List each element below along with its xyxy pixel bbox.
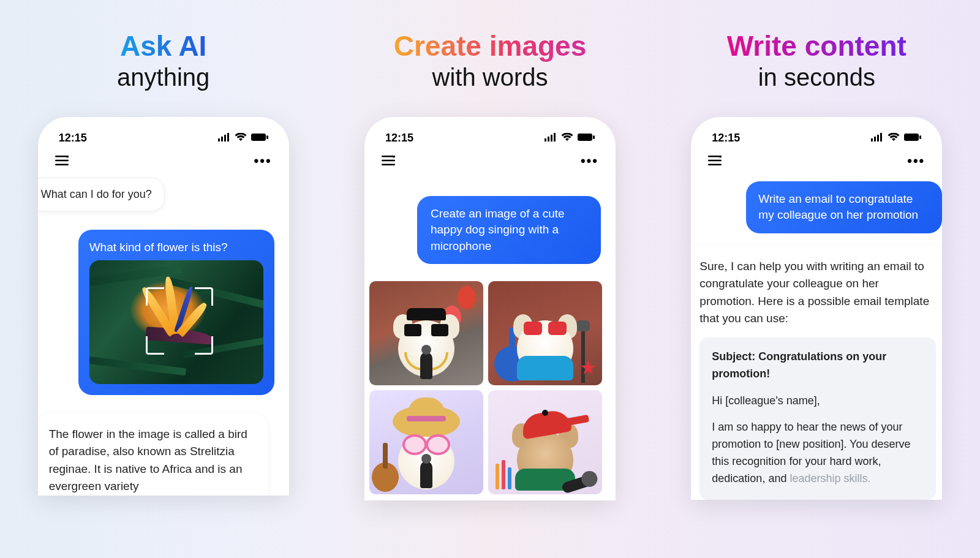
- wifi-icon: [888, 132, 900, 145]
- chat-area: What can I do for you? What kind of flow…: [53, 178, 274, 496]
- headline: Write content in seconds: [727, 31, 907, 92]
- phone-mockup: 12:15 ••• Create an image of a cut: [364, 117, 616, 501]
- menu-icon[interactable]: [55, 153, 69, 169]
- svg-rect-11: [548, 137, 549, 141]
- svg-rect-13: [554, 133, 556, 141]
- svg-rect-15: [593, 135, 595, 139]
- svg-rect-22: [877, 135, 879, 141]
- svg-rect-7: [55, 159, 69, 160]
- headline-bottom: anything: [117, 62, 209, 92]
- svg-rect-25: [919, 135, 921, 139]
- more-icon[interactable]: •••: [254, 153, 272, 169]
- nav-bar: •••: [53, 149, 274, 178]
- headline-top: Write content: [727, 31, 907, 62]
- more-icon[interactable]: •••: [581, 153, 598, 169]
- generated-image-3[interactable]: [369, 390, 483, 494]
- svg-rect-20: [871, 138, 873, 141]
- status-bar: 12:15: [706, 129, 927, 149]
- assistant-response-text: The flower in the image is called a bird…: [49, 428, 247, 493]
- svg-rect-0: [218, 138, 220, 141]
- phone-mockup: 12:15 ••• What can I do for you?: [38, 117, 289, 496]
- assistant-response-bubble: The flower in the image is called a bird…: [38, 413, 268, 496]
- scan-frame-icon: [146, 287, 213, 355]
- svg-point-9: [66, 156, 68, 157]
- generated-image-1[interactable]: [369, 281, 483, 385]
- generated-image-grid: ★: [364, 275, 608, 500]
- user-prompt-bubble: Create an image of a cute happy dog sing…: [417, 196, 601, 265]
- signal-icon: [545, 132, 557, 145]
- phone-mockup: 12:15 ••• Write an email to congra: [691, 117, 942, 500]
- status-icons: [871, 132, 921, 145]
- nav-bar: •••: [706, 149, 927, 178]
- svg-rect-1: [221, 137, 223, 141]
- generated-image-4[interactable]: [488, 390, 602, 494]
- user-prompt-bubble: Write an email to congratulate my collea…: [746, 181, 942, 233]
- status-bar: 12:15: [53, 129, 274, 149]
- svg-rect-3: [227, 133, 229, 141]
- wifi-icon: [561, 132, 573, 145]
- svg-rect-2: [224, 135, 226, 141]
- nav-bar: •••: [379, 149, 601, 178]
- panel-ask-ai: Ask AI anything 12:15 •••: [0, 0, 326, 558]
- user-prompt-text: Write an email to congratulate my collea…: [758, 192, 918, 222]
- user-question-bubble: What kind of flower is this?: [78, 230, 274, 395]
- email-greeting: Hi [colleague's name],: [712, 393, 924, 410]
- headline: Ask AI anything: [117, 31, 209, 92]
- wifi-icon: [235, 132, 247, 145]
- svg-point-29: [719, 156, 722, 157]
- menu-icon[interactable]: [708, 153, 722, 169]
- svg-rect-14: [578, 134, 592, 141]
- headline-bottom: with words: [394, 62, 587, 92]
- svg-rect-18: [382, 164, 395, 165]
- status-time: 12:15: [385, 132, 413, 145]
- svg-rect-17: [382, 159, 395, 160]
- status-icons: [218, 132, 268, 145]
- status-time: 12:15: [59, 132, 87, 145]
- assistant-greeting-text: What can I do for you?: [41, 188, 152, 200]
- assistant-response-intro: Sure, I can help you with writing an ema…: [699, 258, 936, 328]
- svg-rect-21: [874, 137, 876, 141]
- assistant-response-bubble: Sure, I can help you with writing an ema…: [691, 246, 942, 500]
- user-prompt-text: Create an image of a cute happy dog sing…: [431, 207, 565, 252]
- menu-icon[interactable]: [382, 153, 395, 169]
- headline-bottom: in seconds: [727, 62, 907, 92]
- battery-icon: [578, 132, 595, 145]
- svg-rect-8: [55, 164, 69, 165]
- svg-rect-28: [708, 164, 722, 165]
- chat-area: Create an image of a cute happy dog sing…: [379, 178, 601, 501]
- attached-flower-image: [89, 260, 263, 384]
- chat-area: Write an email to congratulate my collea…: [706, 178, 927, 500]
- email-template-card: Subject: Congratulations on your promoti…: [699, 337, 936, 500]
- svg-rect-4: [251, 134, 266, 141]
- signal-icon: [871, 132, 883, 145]
- svg-rect-5: [266, 135, 268, 139]
- status-icons: [545, 132, 595, 145]
- generated-image-2[interactable]: ★: [488, 281, 602, 385]
- user-question-text: What kind of flower is this?: [89, 241, 263, 254]
- headline-top: Create images: [394, 31, 587, 62]
- panel-create-images: Create images with words 12:15 •••: [326, 0, 653, 558]
- svg-rect-10: [545, 138, 546, 141]
- status-time: 12:15: [712, 132, 740, 145]
- headline: Create images with words: [394, 31, 587, 92]
- svg-point-19: [393, 156, 395, 157]
- battery-icon: [251, 132, 268, 145]
- headline-top: Ask AI: [117, 31, 209, 62]
- email-body-1: I am so happy to hear the news of your p…: [712, 419, 924, 488]
- battery-icon: [904, 132, 921, 145]
- status-bar: 12:15: [379, 129, 601, 149]
- assistant-greeting-bubble: What can I do for you?: [38, 178, 165, 211]
- more-icon[interactable]: •••: [907, 153, 925, 169]
- panel-write-content: Write content in seconds 12:15 •••: [654, 0, 980, 558]
- svg-rect-23: [880, 133, 882, 141]
- svg-rect-27: [708, 159, 722, 160]
- email-subject: Subject: Congratulations on your promoti…: [712, 349, 924, 383]
- svg-rect-12: [551, 135, 552, 141]
- svg-rect-24: [904, 134, 919, 141]
- signal-icon: [218, 132, 230, 145]
